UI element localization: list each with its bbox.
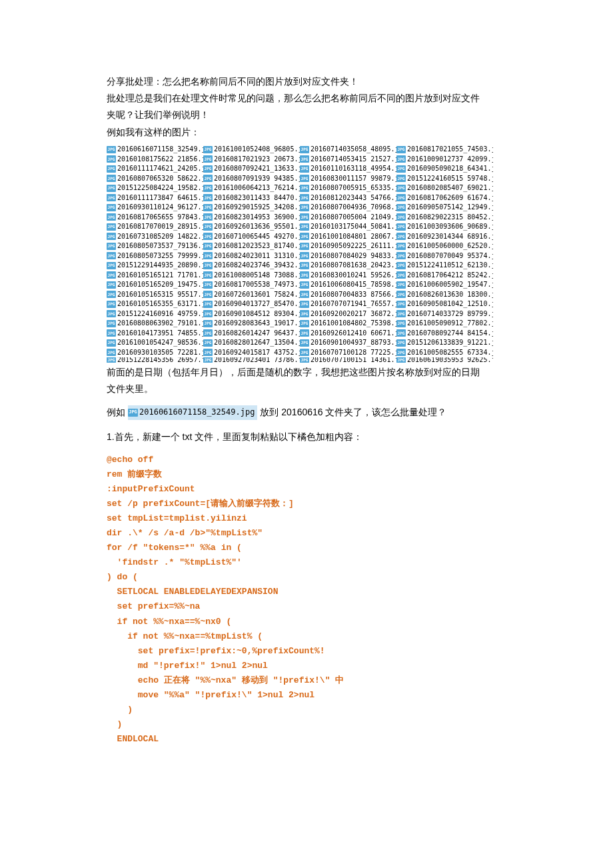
- file-name: 20160807091939_94385.jpg: [214, 175, 300, 182]
- code-line: move "%%a" "!prefix!\" 1>nul 2>nul: [107, 688, 506, 703]
- file-name: 20161005082555_67334.jpg: [407, 349, 493, 356]
- document-page: 分享批处理：怎么把名称前同后不同的图片放到对应文件夹！ 批处理总是我们在处理文件…: [0, 0, 613, 773]
- file-item: JPG20161006005902_19547.jpg: [396, 281, 493, 289]
- jpg-icon: JPG: [203, 329, 213, 337]
- file-row: JPG20151229144935_20890.jpgJPG2016082402…: [107, 261, 506, 271]
- file-item: JPG20160805073537_79136.jpg: [107, 243, 203, 250]
- jpg-icon: JPG: [107, 301, 116, 308]
- file-item: JPG20160807005004_21049.jpg: [300, 213, 396, 221]
- file-item: JPG20161009012737_42099.jpg: [396, 155, 493, 163]
- code-line: set /p prefixCount=[请输入前缀字符数：]: [107, 497, 506, 511]
- file-item: JPG20160930103505_72281.jpg: [107, 349, 203, 356]
- jpg-icon: JPG: [300, 185, 309, 192]
- file-item: JPG20160824023011_31310.jpg: [203, 252, 300, 259]
- jpg-icon: JPG: [396, 155, 406, 163]
- file-item: JPG20160707071941_76557.jpg: [300, 301, 396, 308]
- jpg-icon: JPG: [203, 281, 213, 289]
- file-name: 20160807070049_95374.jpg: [407, 253, 493, 259]
- jpg-icon: JPG: [107, 204, 116, 211]
- file-name: 20160830010241_59526.jpg: [310, 272, 396, 279]
- file-name: 20151224110512_62130.jpg: [407, 262, 493, 269]
- jpg-icon: JPG: [107, 213, 116, 221]
- file-item: JPG20160901004937_88793.jpg: [300, 339, 396, 347]
- file-name: 20160924015817_43752.jpg: [214, 349, 300, 356]
- file-item: JPG20161001052408_96805.jpg: [203, 146, 300, 153]
- code-line: set tmpList=tmplist.yilinzi: [107, 511, 506, 526]
- file-name: 20161005090912_77802.jpg: [407, 320, 493, 327]
- file-row: JPG20161001054247_98536.jpgJPG2016082801…: [107, 338, 506, 348]
- file-row: JPG20160817065655_97843.jpgJPG2016082301…: [107, 212, 506, 222]
- file-item: JPG20160812023443_54766.jpg: [300, 194, 396, 201]
- file-name: 20160807005004_21049.jpg: [310, 214, 396, 221]
- file-name: 20160927023401_73786.jpg: [214, 357, 300, 363]
- jpg-icon: JPG: [107, 329, 116, 337]
- file-name: 20160808063902_79101.jpg: [117, 320, 203, 327]
- file-name: 20160731085209_14822.jpg: [117, 233, 203, 240]
- jpg-icon: JPG: [396, 146, 406, 153]
- file-item: JPG20151224110512_62130.jpg: [396, 262, 493, 269]
- file-name: 20160105165121_71701.jpg: [117, 272, 203, 279]
- file-name: 20160812023523_81740.jpg: [214, 243, 300, 249]
- file-item: JPG20160904013727_85470.jpg: [203, 301, 300, 308]
- file-name: 20160805073255_79999.jpg: [117, 253, 203, 259]
- file-name: 20161003093606_90689.jpg: [407, 223, 493, 230]
- file-item: JPG20151229144935_20890.jpg: [107, 262, 203, 269]
- jpg-icon: JPG: [396, 271, 406, 279]
- file-item: JPG20151206133839_91221.jpg: [396, 339, 493, 347]
- file-item: JPG20160905081042_12510.jpg: [396, 301, 493, 308]
- file-row: JPG20160105165355_63171.jpgJPG2016090401…: [107, 299, 506, 309]
- file-item: JPG20160105165315_95517.jpg: [107, 291, 203, 298]
- file-item: JPG20160901084512_89304.jpg: [203, 310, 300, 317]
- file-name: 20160714033729_89799.jpg: [407, 311, 493, 317]
- jpg-icon: JPG: [396, 252, 406, 259]
- file-item: JPG20151225084224_19582.jpg: [107, 185, 203, 192]
- file-row: JPG20151225084224_19582.jpgJPG2016100606…: [107, 183, 506, 193]
- file-item: JPG20160808063902_79101.jpg: [107, 320, 203, 327]
- file-item: JPG20160824023746_39432.jpg: [203, 262, 300, 269]
- jpg-icon: JPG: [107, 262, 116, 269]
- jpg-icon: JPG: [203, 243, 213, 250]
- file-item: JPG20160805073255_79999.jpg: [107, 252, 203, 259]
- file-item: JPG20160823014953_36900.jpg: [203, 213, 300, 221]
- file-name: 20160930103505_72281.jpg: [117, 349, 203, 356]
- file-item: JPG20160923014344_68916.jpg: [396, 233, 493, 240]
- code-line: if not %%~nxa==%~nx0 (: [107, 615, 506, 629]
- file-name: 20160111173847_64615.jpg: [117, 195, 203, 201]
- jpg-icon: JPG: [300, 291, 309, 298]
- code-line: ): [107, 717, 506, 732]
- file-item: JPG20161003093606_90689.jpg: [396, 223, 493, 231]
- file-name: 20160105165209_19475.jpg: [117, 281, 203, 288]
- file-name: 20160905090218_64341.jpg: [407, 165, 493, 172]
- example-filename: 20160616071158_32549.jpg: [139, 405, 255, 420]
- jpg-icon: JPG: [203, 310, 213, 317]
- jpg-icon: JPG: [300, 233, 309, 240]
- jpg-icon: JPG: [396, 204, 406, 211]
- file-item: JPG20160707100128_77225.jpg: [300, 349, 396, 356]
- file-name: 20160707071941_76557.jpg: [310, 301, 396, 307]
- jpg-icon: JPG: [396, 223, 406, 231]
- file-item: JPG20161006064213_76214.jpg: [203, 185, 300, 192]
- file-item: JPG20160817070019_28915.jpg: [107, 223, 203, 231]
- jpg-icon: JPG: [396, 194, 406, 201]
- jpg-icon: JPG: [203, 339, 213, 347]
- file-name: 20160817070019_28915.jpg: [117, 223, 203, 230]
- jpg-icon: JPG: [396, 291, 406, 298]
- file-name: 20151228145356_26957.jpg: [117, 357, 203, 363]
- file-item: JPG20160807004833_87566.jpg: [300, 291, 396, 298]
- file-item: JPG20160807084029_94833.jpg: [300, 252, 396, 259]
- jpg-icon: JPG: [203, 271, 213, 279]
- file-item: JPG20160823011433_84470.jpg: [203, 194, 300, 201]
- jpg-icon: JPG: [300, 175, 309, 182]
- file-name: 20160802085407_69021.jpg: [407, 185, 493, 191]
- file-name: 20160807005915_65335.jpg: [310, 185, 396, 191]
- file-name: 20151225084224_19582.jpg: [117, 185, 203, 191]
- file-item: JPG20161005060000_62520.jpg: [396, 243, 493, 250]
- file-name: 20160905081042_12510.jpg: [407, 301, 493, 307]
- file-name: 20160926013636_95501.jpg: [214, 223, 300, 230]
- code-line: SETLOCAL ENABLEDELAYEDEXPANSION: [107, 585, 506, 599]
- file-item: JPG20160924015817_43752.jpg: [203, 349, 300, 356]
- jpg-icon: JPG: [396, 301, 406, 308]
- jpg-icon: JPG: [300, 349, 309, 356]
- file-item: JPG20160817005538_74973.jpg: [203, 281, 300, 289]
- jpg-icon: JPG: [203, 204, 213, 211]
